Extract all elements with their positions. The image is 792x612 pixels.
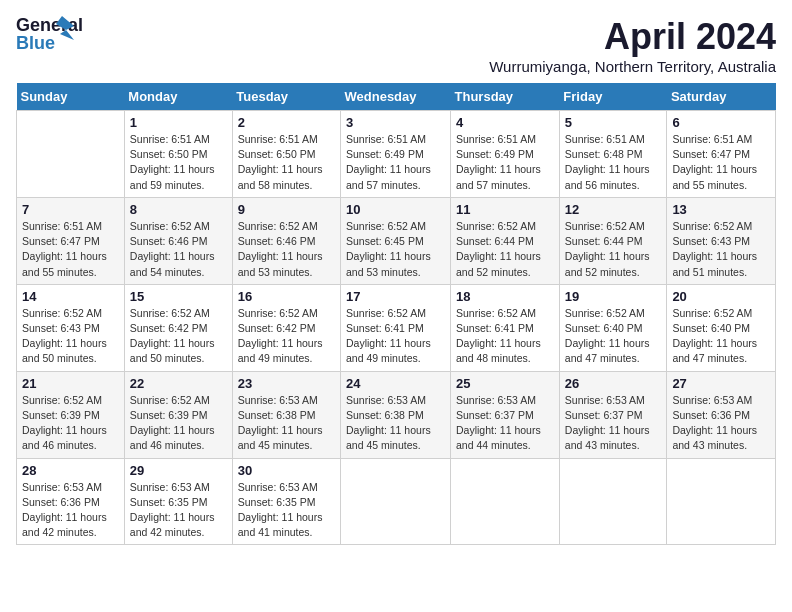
calendar-cell: 3Sunrise: 6:51 AM Sunset: 6:49 PM Daylig… xyxy=(341,111,451,198)
day-number: 17 xyxy=(346,289,445,304)
title-block: April 2024 Wurrumiyanga, Northern Territ… xyxy=(489,16,776,75)
col-header-wednesday: Wednesday xyxy=(341,83,451,111)
calendar-cell: 5Sunrise: 6:51 AM Sunset: 6:48 PM Daylig… xyxy=(559,111,667,198)
day-info: Sunrise: 6:52 AM Sunset: 6:43 PM Dayligh… xyxy=(22,306,119,367)
day-number: 10 xyxy=(346,202,445,217)
day-number: 6 xyxy=(672,115,770,130)
calendar-cell: 1Sunrise: 6:51 AM Sunset: 6:50 PM Daylig… xyxy=(124,111,232,198)
calendar-cell xyxy=(17,111,125,198)
col-header-tuesday: Tuesday xyxy=(232,83,340,111)
day-info: Sunrise: 6:52 AM Sunset: 6:39 PM Dayligh… xyxy=(22,393,119,454)
calendar-cell: 18Sunrise: 6:52 AM Sunset: 6:41 PM Dayli… xyxy=(451,284,560,371)
day-info: Sunrise: 6:52 AM Sunset: 6:44 PM Dayligh… xyxy=(565,219,662,280)
day-number: 28 xyxy=(22,463,119,478)
day-number: 23 xyxy=(238,376,335,391)
calendar-table: SundayMondayTuesdayWednesdayThursdayFrid… xyxy=(16,83,776,545)
day-info: Sunrise: 6:51 AM Sunset: 6:48 PM Dayligh… xyxy=(565,132,662,193)
day-info: Sunrise: 6:52 AM Sunset: 6:41 PM Dayligh… xyxy=(346,306,445,367)
day-number: 21 xyxy=(22,376,119,391)
day-info: Sunrise: 6:51 AM Sunset: 6:47 PM Dayligh… xyxy=(672,132,770,193)
calendar-cell: 27Sunrise: 6:53 AM Sunset: 6:36 PM Dayli… xyxy=(667,371,776,458)
day-info: Sunrise: 6:53 AM Sunset: 6:37 PM Dayligh… xyxy=(565,393,662,454)
day-number: 7 xyxy=(22,202,119,217)
calendar-cell: 4Sunrise: 6:51 AM Sunset: 6:49 PM Daylig… xyxy=(451,111,560,198)
location-subtitle: Wurrumiyanga, Northern Territory, Austra… xyxy=(489,58,776,75)
calendar-cell: 19Sunrise: 6:52 AM Sunset: 6:40 PM Dayli… xyxy=(559,284,667,371)
day-info: Sunrise: 6:51 AM Sunset: 6:47 PM Dayligh… xyxy=(22,219,119,280)
day-number: 18 xyxy=(456,289,554,304)
col-header-monday: Monday xyxy=(124,83,232,111)
day-number: 4 xyxy=(456,115,554,130)
day-number: 20 xyxy=(672,289,770,304)
day-info: Sunrise: 6:51 AM Sunset: 6:50 PM Dayligh… xyxy=(130,132,227,193)
day-info: Sunrise: 6:52 AM Sunset: 6:40 PM Dayligh… xyxy=(672,306,770,367)
calendar-cell: 13Sunrise: 6:52 AM Sunset: 6:43 PM Dayli… xyxy=(667,197,776,284)
calendar-cell: 2Sunrise: 6:51 AM Sunset: 6:50 PM Daylig… xyxy=(232,111,340,198)
calendar-cell: 16Sunrise: 6:52 AM Sunset: 6:42 PM Dayli… xyxy=(232,284,340,371)
calendar-cell: 9Sunrise: 6:52 AM Sunset: 6:46 PM Daylig… xyxy=(232,197,340,284)
calendar-cell: 20Sunrise: 6:52 AM Sunset: 6:40 PM Dayli… xyxy=(667,284,776,371)
svg-marker-0 xyxy=(56,16,74,40)
day-number: 26 xyxy=(565,376,662,391)
day-info: Sunrise: 6:52 AM Sunset: 6:43 PM Dayligh… xyxy=(672,219,770,280)
day-info: Sunrise: 6:52 AM Sunset: 6:41 PM Dayligh… xyxy=(456,306,554,367)
day-info: Sunrise: 6:51 AM Sunset: 6:49 PM Dayligh… xyxy=(346,132,445,193)
calendar-cell: 17Sunrise: 6:52 AM Sunset: 6:41 PM Dayli… xyxy=(341,284,451,371)
day-info: Sunrise: 6:53 AM Sunset: 6:35 PM Dayligh… xyxy=(238,480,335,541)
calendar-cell xyxy=(559,458,667,545)
calendar-cell: 15Sunrise: 6:52 AM Sunset: 6:42 PM Dayli… xyxy=(124,284,232,371)
day-number: 13 xyxy=(672,202,770,217)
day-number: 24 xyxy=(346,376,445,391)
month-title: April 2024 xyxy=(489,16,776,58)
calendar-cell: 21Sunrise: 6:52 AM Sunset: 6:39 PM Dayli… xyxy=(17,371,125,458)
day-info: Sunrise: 6:53 AM Sunset: 6:35 PM Dayligh… xyxy=(130,480,227,541)
day-info: Sunrise: 6:52 AM Sunset: 6:42 PM Dayligh… xyxy=(238,306,335,367)
day-number: 25 xyxy=(456,376,554,391)
day-number: 9 xyxy=(238,202,335,217)
day-number: 30 xyxy=(238,463,335,478)
calendar-cell: 7Sunrise: 6:51 AM Sunset: 6:47 PM Daylig… xyxy=(17,197,125,284)
col-header-thursday: Thursday xyxy=(451,83,560,111)
day-info: Sunrise: 6:51 AM Sunset: 6:49 PM Dayligh… xyxy=(456,132,554,193)
day-number: 8 xyxy=(130,202,227,217)
day-info: Sunrise: 6:53 AM Sunset: 6:36 PM Dayligh… xyxy=(22,480,119,541)
calendar-cell xyxy=(451,458,560,545)
calendar-cell xyxy=(341,458,451,545)
calendar-cell: 22Sunrise: 6:52 AM Sunset: 6:39 PM Dayli… xyxy=(124,371,232,458)
col-header-friday: Friday xyxy=(559,83,667,111)
day-number: 29 xyxy=(130,463,227,478)
day-info: Sunrise: 6:52 AM Sunset: 6:39 PM Dayligh… xyxy=(130,393,227,454)
page-header: General Blue April 2024 Wurrumiyanga, No… xyxy=(16,16,776,75)
col-header-saturday: Saturday xyxy=(667,83,776,111)
day-number: 22 xyxy=(130,376,227,391)
day-info: Sunrise: 6:52 AM Sunset: 6:46 PM Dayligh… xyxy=(238,219,335,280)
calendar-cell xyxy=(667,458,776,545)
calendar-cell: 8Sunrise: 6:52 AM Sunset: 6:46 PM Daylig… xyxy=(124,197,232,284)
day-number: 19 xyxy=(565,289,662,304)
day-number: 27 xyxy=(672,376,770,391)
day-info: Sunrise: 6:52 AM Sunset: 6:42 PM Dayligh… xyxy=(130,306,227,367)
day-number: 16 xyxy=(238,289,335,304)
calendar-cell: 12Sunrise: 6:52 AM Sunset: 6:44 PM Dayli… xyxy=(559,197,667,284)
day-number: 1 xyxy=(130,115,227,130)
day-number: 11 xyxy=(456,202,554,217)
day-number: 3 xyxy=(346,115,445,130)
calendar-cell: 29Sunrise: 6:53 AM Sunset: 6:35 PM Dayli… xyxy=(124,458,232,545)
calendar-cell: 23Sunrise: 6:53 AM Sunset: 6:38 PM Dayli… xyxy=(232,371,340,458)
day-number: 14 xyxy=(22,289,119,304)
calendar-cell: 14Sunrise: 6:52 AM Sunset: 6:43 PM Dayli… xyxy=(17,284,125,371)
calendar-cell: 30Sunrise: 6:53 AM Sunset: 6:35 PM Dayli… xyxy=(232,458,340,545)
calendar-cell: 28Sunrise: 6:53 AM Sunset: 6:36 PM Dayli… xyxy=(17,458,125,545)
day-number: 2 xyxy=(238,115,335,130)
day-info: Sunrise: 6:53 AM Sunset: 6:38 PM Dayligh… xyxy=(346,393,445,454)
day-info: Sunrise: 6:52 AM Sunset: 6:46 PM Dayligh… xyxy=(130,219,227,280)
day-info: Sunrise: 6:53 AM Sunset: 6:37 PM Dayligh… xyxy=(456,393,554,454)
calendar-cell: 26Sunrise: 6:53 AM Sunset: 6:37 PM Dayli… xyxy=(559,371,667,458)
calendar-cell: 6Sunrise: 6:51 AM Sunset: 6:47 PM Daylig… xyxy=(667,111,776,198)
day-info: Sunrise: 6:53 AM Sunset: 6:36 PM Dayligh… xyxy=(672,393,770,454)
logo: General Blue xyxy=(16,16,64,56)
calendar-cell: 25Sunrise: 6:53 AM Sunset: 6:37 PM Dayli… xyxy=(451,371,560,458)
calendar-cell: 24Sunrise: 6:53 AM Sunset: 6:38 PM Dayli… xyxy=(341,371,451,458)
day-number: 5 xyxy=(565,115,662,130)
calendar-cell: 11Sunrise: 6:52 AM Sunset: 6:44 PM Dayli… xyxy=(451,197,560,284)
